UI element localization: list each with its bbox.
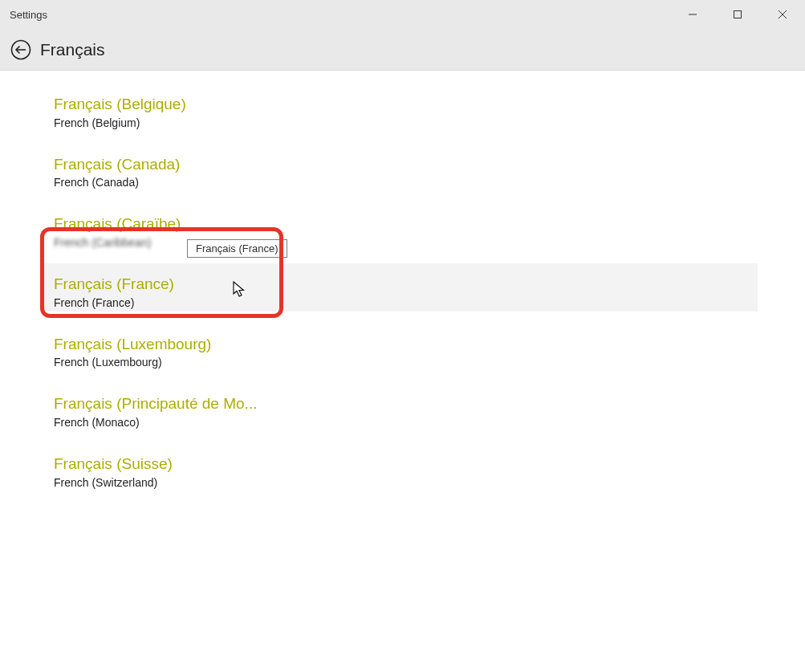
- page-header: Français: [0, 29, 805, 71]
- window-title: Settings: [10, 9, 670, 21]
- language-english-label: French (Switzerland): [54, 476, 760, 489]
- language-item-luxembourg[interactable]: Français (Luxembourg) French (Luxembourg…: [54, 328, 760, 381]
- language-item-switzerland[interactable]: Français (Suisse) French (Switzerland): [54, 448, 760, 500]
- back-button[interactable]: [8, 37, 34, 63]
- language-native-label: Français (Belgique): [54, 95, 760, 115]
- language-native-label: Français (Luxembourg): [54, 335, 760, 355]
- language-item-belgium[interactable]: Français (Belgique) French (Belgium): [54, 88, 760, 141]
- language-english-label: French (Caribbean): [54, 236, 805, 249]
- window-controls: [670, 0, 805, 29]
- language-english-label: French (Luxembourg): [54, 356, 760, 369]
- language-item-canada[interactable]: Français (Canada) French (Canada): [54, 149, 760, 201]
- language-english-label: French (France): [54, 296, 760, 309]
- language-native-label: Français (Principauté de Mo...: [54, 394, 760, 414]
- language-native-label: Français (Caraïbe): [54, 214, 805, 234]
- minimize-button[interactable]: [670, 0, 715, 29]
- language-native-label: Français (France): [54, 275, 760, 295]
- language-list: Français (Belgique) French (Belgium) Fra…: [0, 71, 805, 500]
- language-english-label: French (Canada): [54, 176, 760, 189]
- language-english-label: French (Belgium): [54, 116, 760, 129]
- maximize-button[interactable]: [715, 0, 760, 29]
- language-english-label: French (Monaco): [54, 416, 760, 429]
- close-button[interactable]: [760, 0, 805, 29]
- titlebar: Settings: [0, 0, 805, 29]
- language-native-label: Français (Canada): [54, 155, 760, 175]
- language-native-label: Français (Suisse): [54, 454, 760, 474]
- tooltip: Français (France): [187, 239, 287, 258]
- language-item-caribbean[interactable]: Français (Caraïbe) French (Caribbean): [54, 208, 805, 260]
- page-title: Français: [40, 40, 105, 59]
- language-item-monaco[interactable]: Français (Principauté de Mo... French (M…: [54, 388, 760, 440]
- language-item-france[interactable]: Français (France) French (France): [54, 268, 760, 320]
- svg-rect-1: [734, 11, 742, 18]
